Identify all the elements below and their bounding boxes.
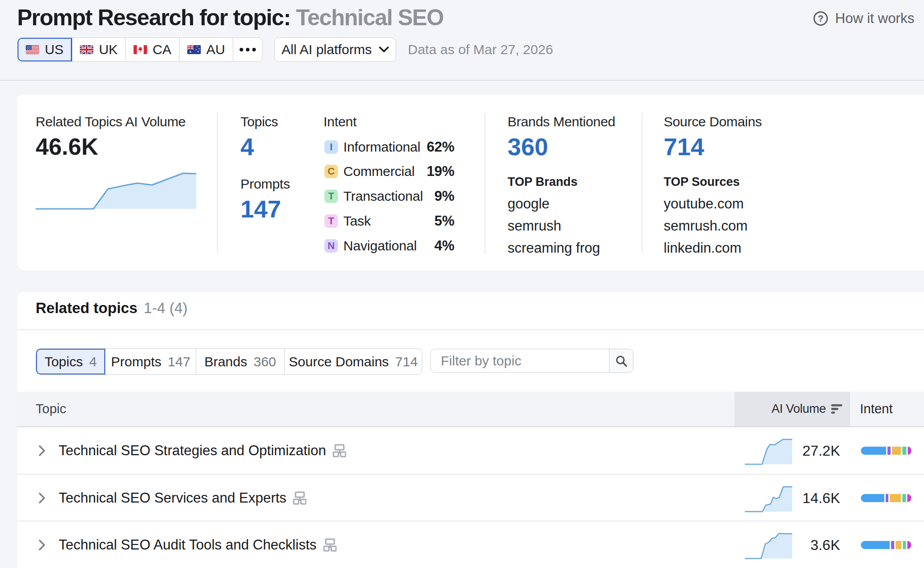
svg-text:?: ? xyxy=(818,13,824,23)
